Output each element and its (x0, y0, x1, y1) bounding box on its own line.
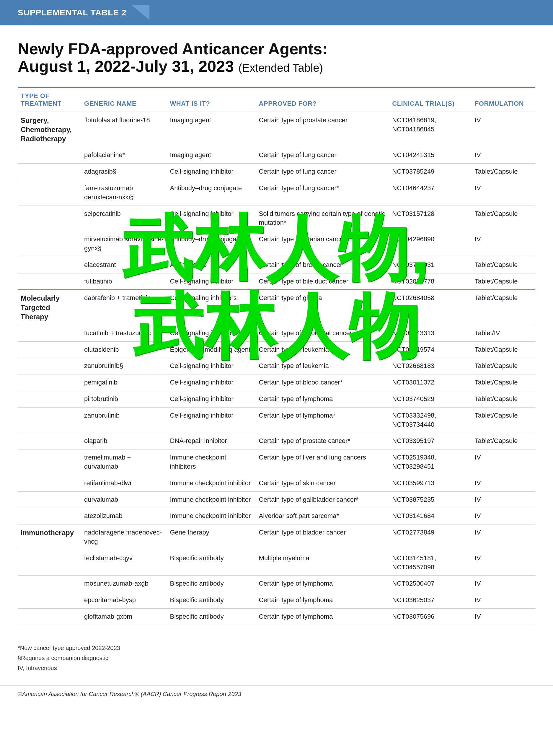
cell-trial: NCT03011372 (389, 374, 472, 391)
cell-trial: NCT04296890 (389, 231, 472, 257)
cell-type (18, 407, 81, 433)
cell-generic: nadofaragene firadenovec-vncg (81, 524, 167, 550)
cell-form: IV (472, 508, 535, 524)
col-header-generic: GENERIC NAME (81, 87, 167, 112)
cell-form: IV (472, 550, 535, 576)
cell-trial: NCT03141684 (389, 508, 472, 524)
cell-trial: NCT03875235 (389, 492, 472, 508)
cell-type (18, 609, 81, 625)
footnotes-section: *New cancer type approved 2022-2023 §Req… (0, 634, 553, 676)
cell-form: IV (472, 524, 535, 550)
cell-approved: Certain type of breast cancer (256, 256, 389, 273)
cell-form: IV (472, 147, 535, 164)
cell-approved: Certain type of lymphoma (256, 576, 389, 592)
cell-generic: dabrafenib + trametinib (81, 290, 167, 325)
cell-form: IV (472, 449, 535, 475)
cell-trial: NCT04644237 (389, 180, 472, 206)
cell-trial: NCT03043313 (389, 325, 472, 342)
table-row: olaparibDNA-repair inhibitorCertain type… (18, 433, 535, 449)
cell-what: Cell-signaling inhibitor (167, 164, 256, 180)
cell-generic: zanubrutinib§ (81, 358, 167, 374)
table-row: mirvetuximab soravtansine-gynx§Antibody–… (18, 231, 535, 257)
cell-trial: NCT03785249 (389, 164, 472, 180)
cell-form: Tablet/Capsule (472, 256, 535, 273)
cell-what: Gene therapy (167, 524, 256, 550)
cell-what: Cell-signaling inhibitors (167, 290, 256, 325)
cell-type (18, 475, 81, 492)
col-header-type: TYPE OF TREATMENT (18, 87, 81, 112)
cell-generic: olutasidenib (81, 342, 167, 358)
cell-type (18, 449, 81, 475)
cell-generic: futibatinib (81, 273, 167, 290)
cell-type (18, 576, 81, 592)
cell-type: Immunotherapy (18, 524, 81, 550)
cell-approved: Certain type of leukemia (256, 342, 389, 358)
table-row: pafolacianine*Imaging agentCertain type … (18, 147, 535, 164)
cell-type: Surgery, Chemotherapy, Radiotherapy (18, 112, 81, 147)
cell-trial: NCT02684058 (389, 290, 472, 325)
cell-approved: Certain type of lung cancer* (256, 180, 389, 206)
table-row: futibatinibCell-signaling inhibitorCerta… (18, 273, 535, 290)
table-row: zanubrutinibCell-signaling inhibitorCert… (18, 407, 535, 433)
table-row: epcoritamab-byspBispecific antibodyCerta… (18, 592, 535, 609)
footnote-2: §Requires a companion diagnostic (18, 653, 535, 663)
cell-trial: NCT04241315 (389, 147, 472, 164)
cell-approved: Alverloar soft part sarcoma* (256, 508, 389, 524)
cell-form: IV (472, 576, 535, 592)
cell-generic: atezolizumab (81, 508, 167, 524)
cell-approved: Solid tumors carrying certain type of ge… (256, 206, 389, 231)
cell-trial: NCT02519348, NCT03298451 (389, 449, 472, 475)
table-row: elacestrantAntihormoneCertain type of br… (18, 256, 535, 273)
cell-generic: zanubrutinib (81, 407, 167, 433)
cell-type (18, 550, 81, 576)
cell-approved: Certain type of prostate cancer (256, 112, 389, 147)
table-row: glofitamab-gxbmBispecific antibodyCertai… (18, 609, 535, 625)
cell-form: IV (472, 180, 535, 206)
page: SUPPLEMENTAL TABLE 2 Newly FDA-approved … (0, 0, 553, 756)
cell-what: Cell-signaling inhibitor (167, 374, 256, 391)
table-header-row: TYPE OF TREATMENT GENERIC NAME WHAT IS I… (18, 87, 535, 112)
cell-generic: pafolacianine* (81, 147, 167, 164)
cell-trial: NCT03778931 (389, 256, 472, 273)
cell-form: Tablet/Capsule (472, 391, 535, 407)
top-bar: SUPPLEMENTAL TABLE 2 (0, 0, 553, 25)
cell-form: Tablet/Capsule (472, 206, 535, 231)
cell-approved: Certain type of liver and lung cancers (256, 449, 389, 475)
cell-form: Tablet/Capsule (472, 358, 535, 374)
cell-form: IV (472, 492, 535, 508)
cell-generic: selpercatinib (81, 206, 167, 231)
cell-type (18, 273, 81, 290)
cell-approved: Certain type of prostate cancer* (256, 433, 389, 449)
cell-trial: NCT03145181, NCT04557098 (389, 550, 472, 576)
cell-approved: Certain type of skin cancer (256, 475, 389, 492)
table-row: pemigatinibCell-signaling inhibitorCerta… (18, 374, 535, 391)
cell-what: Antihormone (167, 256, 256, 273)
col-header-approved: APPROVED FOR? (256, 87, 389, 112)
cell-approved: Certain type of bladder cancer (256, 524, 389, 550)
cell-trial: NCT04186819, NCT04186845 (389, 112, 472, 147)
cell-approved: Certain type of glioma (256, 290, 389, 325)
cell-what: Cell-signaling inhibitor (167, 358, 256, 374)
cell-approved: Certain type of lymphoma (256, 592, 389, 609)
cell-type (18, 374, 81, 391)
cell-type (18, 231, 81, 257)
table-row: teclistamab-cqyvBispecific antibodyMulti… (18, 550, 535, 576)
cell-what: Bispecific antibody (167, 550, 256, 576)
cell-generic: olaparib (81, 433, 167, 449)
cell-what: Epigenome modifying agent (167, 342, 256, 358)
cell-type (18, 342, 81, 358)
cell-form: IV (472, 609, 535, 625)
table-row: atezolizumabImmune checkpoint inhibitorA… (18, 508, 535, 524)
cell-form: Tablet/Capsule (472, 290, 535, 325)
cell-type: Molecularly Targeted Therapy (18, 290, 81, 325)
cell-form: Tablet/Capsule (472, 433, 535, 449)
cell-approved: Certain type of gallbladder cancer* (256, 492, 389, 508)
cell-generic: glofitamab-gxbm (81, 609, 167, 625)
cell-generic: tucatinib + trastuzumab (81, 325, 167, 342)
cell-type (18, 433, 81, 449)
cell-type (18, 164, 81, 180)
cell-generic: flotufolastat fluorine-18 (81, 112, 167, 147)
cell-what: Antibody–drug conjugate (167, 180, 256, 206)
cell-generic: teclistamab-cqyv (81, 550, 167, 576)
cell-approved: Certain type of bile duct cancer (256, 273, 389, 290)
